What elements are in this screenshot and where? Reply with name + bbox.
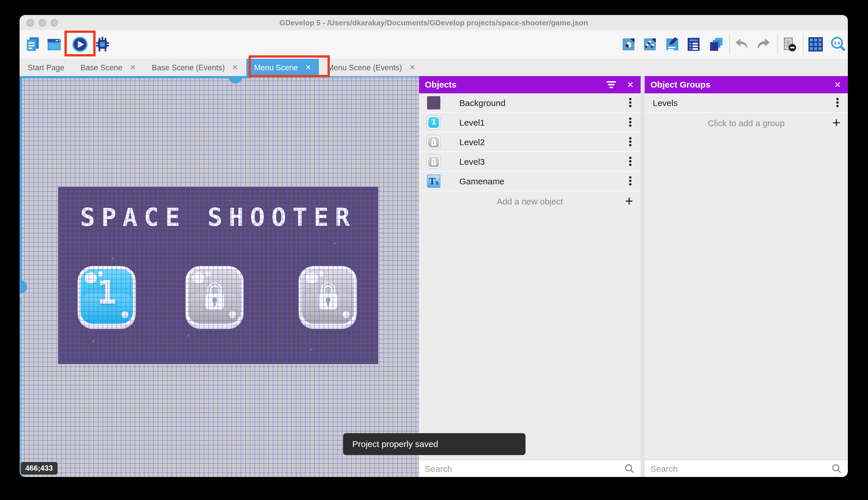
titlebar: GDevelop 5 - /Users/dkarakay/Documents/G… [20,15,848,31]
groups-search-input[interactable] [645,460,848,477]
object-row-background[interactable]: Background [419,93,641,113]
object-menu-kebab-icon[interactable] [629,176,631,187]
toolbar-divider [777,35,778,54]
lock-icon [315,280,341,312]
project-manager-icon[interactable] [24,36,42,53]
redo-icon[interactable] [754,36,772,53]
close-panel-icon[interactable]: ✕ [627,76,634,93]
close-tab-icon[interactable]: ✕ [305,64,311,71]
objects-search-bar [419,460,641,477]
level2-locked-button-object[interactable] [185,266,244,327]
lock-icon [431,158,437,166]
zoom-original-icon[interactable]: 1:1 [830,36,847,53]
object-row-level3[interactable]: Level3 [419,152,641,172]
objects-panel-header: Objects ✕ [419,76,641,93]
object-menu-kebab-icon[interactable] [629,117,631,128]
groups-search-bar [645,460,848,477]
search-icon [832,464,842,474]
locked-sprite-thumbnail [427,135,440,149]
locked-sprite-thumbnail [427,155,440,168]
vertical-scrollbar[interactable] [20,76,22,283]
close-panel-icon[interactable]: ✕ [834,76,841,93]
game-title-text-object[interactable]: SPACE SHOOTER [58,203,378,231]
svg-text:1:1: 1:1 [834,40,840,45]
layers-icon[interactable] [707,36,725,53]
toolbar-divider [729,35,730,54]
close-tab-icon[interactable]: ✕ [410,64,415,71]
screenshot-stage: GDevelop 5 - /Users/dkarakay/Documents/G… [0,0,868,500]
play-preview-icon[interactable] [71,36,89,53]
tab-base-scene[interactable]: Base Scene ✕ [72,59,144,76]
tab-menu-scene-events[interactable]: Menu Scene (Events) ✕ [319,59,423,76]
instances-list-icon[interactable] [685,36,702,53]
tab-base-scene-events[interactable]: Base Scene (Events) ✕ [144,59,246,76]
cursor-coordinates-badge: 466;433 [21,462,57,475]
horizontal-scrollbar-thumb[interactable] [228,76,242,83]
background-sprite-thumbnail [427,96,440,110]
horizontal-scrollbar[interactable] [20,76,251,78]
filter-icon[interactable] [606,81,617,89]
group-row-levels[interactable]: Levels [645,93,848,113]
lock-icon [431,138,437,146]
tab-menu-scene[interactable]: Menu Scene ✕ [246,59,319,76]
undo-icon[interactable] [733,36,751,53]
object-groups-panel-header: Object Groups ✕ [645,76,848,93]
editor-content: SPACE SHOOTER + + + + + + 1 [20,76,848,477]
level3-locked-button-object[interactable] [299,266,357,327]
text-object-thumbnail: Tx [427,174,440,188]
save-toast: Project properly saved [343,433,526,455]
object-menu-kebab-icon[interactable] [629,137,631,148]
add-object-button[interactable]: Add a new object + [419,191,641,212]
debugger-icon[interactable] [94,36,111,53]
objects-panel: Objects ✕ Background 1 Level1 [419,76,641,477]
objects-panel-title: Objects [425,76,456,93]
level1-button-object[interactable]: 1 [78,266,136,327]
object-row-level1[interactable]: 1 Level1 [419,113,641,133]
scene-canvas[interactable]: SPACE SHOOTER + + + + + + 1 [20,76,419,477]
object-row-gamename[interactable]: Tx Gamename [419,172,641,191]
plus-icon: + [625,191,633,211]
object-menu-kebab-icon[interactable] [629,157,631,167]
objects-editor-icon[interactable] [620,36,637,53]
close-tab-icon[interactable]: ✕ [232,64,238,71]
start-page-icon[interactable] [46,36,63,53]
object-groups-editor-icon[interactable] [641,36,658,53]
group-menu-kebab-icon[interactable] [836,98,838,109]
level1-sprite-thumbnail: 1 [427,116,440,129]
objects-search-input[interactable] [419,460,641,477]
plus-icon: + [832,113,840,133]
object-groups-panel-title: Object Groups [650,76,710,93]
tab-bar: Start Page Base Scene ✕ Base Scene (Even… [20,59,848,76]
toolbar-divider [803,35,804,54]
tab-start-page[interactable]: Start Page [20,59,72,76]
properties-icon[interactable] [664,36,681,53]
add-group-button[interactable]: Click to add a group + [645,113,848,134]
object-menu-kebab-icon[interactable] [629,98,631,109]
grid-icon[interactable] [807,36,824,53]
window-title: GDevelop 5 - /Users/dkarakay/Documents/G… [20,15,848,30]
object-row-level2[interactable]: Level2 [419,133,641,152]
gdevelop-window: GDevelop 5 - /Users/dkarakay/Documents/G… [20,15,848,477]
toggle-mask-icon[interactable] [781,36,798,53]
close-tab-icon[interactable]: ✕ [130,64,136,71]
vertical-scrollbar-thumb[interactable] [20,280,27,294]
lock-icon [201,280,228,312]
search-icon [624,464,634,474]
object-groups-panel: Object Groups ✕ Levels Click to add a gr… [645,76,848,477]
toolbar: 1:1 [20,30,848,59]
